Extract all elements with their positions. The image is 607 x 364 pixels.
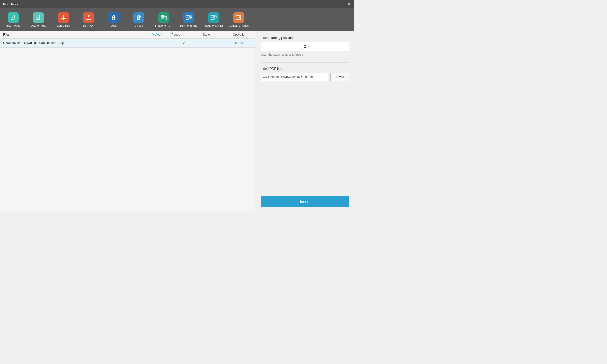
insert-page-label: Insert Page [6,24,20,27]
toolbar-split-pdf[interactable]: Split PDF [77,9,100,30]
pdf-to-image-icon: PDF [183,12,194,23]
toolbar-delete-page[interactable]: Delete Page [27,9,50,30]
svg-rect-14 [63,15,66,18]
insert-button[interactable]: Insert [261,196,349,207]
toolbar-combine-pages[interactable]: Combine Pages [227,9,250,30]
separator-5 [126,12,126,27]
svg-marker-27 [165,17,166,18]
add-file-button[interactable]: (+ Add) [152,33,162,36]
svg-point-24 [138,18,139,19]
toolbar-pdf-to-image[interactable]: PDF PDF to Image [177,9,200,30]
svg-point-35 [214,16,215,17]
col-files-header: Files [3,33,148,36]
separator-8 [201,12,201,27]
col-operation-header: Operation [227,33,252,36]
separator-1 [26,12,26,27]
title-bar: PDF Tools × [0,0,354,8]
insert-position-label: Insert starting position: [261,36,349,40]
insert-position-input[interactable] [261,42,349,51]
file-panel: Files (+ Add) Pages State Operation C:\U… [0,31,255,212]
close-button[interactable]: × [347,2,351,6]
file-remove-button[interactable]: Remove [227,41,252,45]
insert-pdf-label: Insert PDF file: [261,67,349,71]
svg-text:JPG: JPG [161,16,164,18]
separator-2 [51,12,51,27]
merge-pdf-label: Merge PDF [56,24,71,27]
image-only-pdf-icon: PNG [208,12,219,23]
delete-page-icon [33,12,44,23]
file-path: C:\Users\home\Downloads\Documents\100.pd… [3,41,174,45]
toolbar-image-only-pdf[interactable]: PNG Image-only PDF [202,9,225,30]
separator-6 [151,12,151,27]
toolbar: Insert Page Delete Page Me [0,8,354,31]
right-panel: Insert starting position: enter the page… [255,31,354,212]
divider [261,62,349,63]
pdf-to-image-label: PDF to Image [180,24,197,27]
split-pdf-icon [83,12,94,23]
image-only-pdf-label: Image-only PDF [204,24,224,27]
app-title: PDF Tools [3,2,18,6]
svg-rect-30 [189,16,192,18]
col-pages-header: Pages [166,33,186,36]
insert-page-icon [8,12,19,23]
insert-position-hint: enter the page number to insert. [261,53,349,56]
merge-pdf-icon [58,12,69,23]
insert-pdf-path-input[interactable] [261,73,328,81]
insert-btn-container: Insert [261,192,349,212]
unlock-label: Unlock [134,24,143,27]
image-to-pdf-icon: JPG [158,12,169,23]
browse-button[interactable]: Browse [330,73,349,81]
delete-page-label: Delete Page [31,24,46,27]
svg-point-20 [113,18,114,19]
combine-pages-icon [233,12,244,23]
toolbar-merge-pdf[interactable]: Merge PDF [52,9,75,30]
file-list-header: Files (+ Add) Pages State Operation [0,31,255,39]
separator-7 [176,12,176,27]
combine-pages-label: Combine Pages [229,24,249,27]
separator-4 [101,12,101,27]
file-row: C:\Users\home\Downloads\Documents\100.pd… [0,39,255,48]
file-pages: 2 [174,41,194,45]
svg-text:PDF: PDF [186,17,189,19]
toolbar-unlock[interactable]: Unlock [127,9,150,30]
separator-3 [76,12,76,27]
split-pdf-label: Split PDF [83,24,94,27]
image-to-pdf-label: Image to PDF [155,24,172,27]
col-state-header: State [190,33,223,36]
lock-icon [108,12,119,23]
insert-pdf-file-row: Browse [261,73,349,81]
unlock-icon [133,12,144,23]
toolbar-image-to-pdf[interactable]: JPG Image to PDF [152,9,175,30]
toolbar-lock[interactable]: Lock [102,9,125,30]
toolbar-insert-page[interactable]: Insert Page [2,9,25,30]
svg-rect-34 [214,15,216,18]
main-area: Files (+ Add) Pages State Operation C:\U… [0,31,354,212]
svg-rect-13 [61,15,63,18]
lock-label: Lock [111,24,116,27]
svg-point-31 [189,16,190,17]
separator-9 [226,12,226,27]
